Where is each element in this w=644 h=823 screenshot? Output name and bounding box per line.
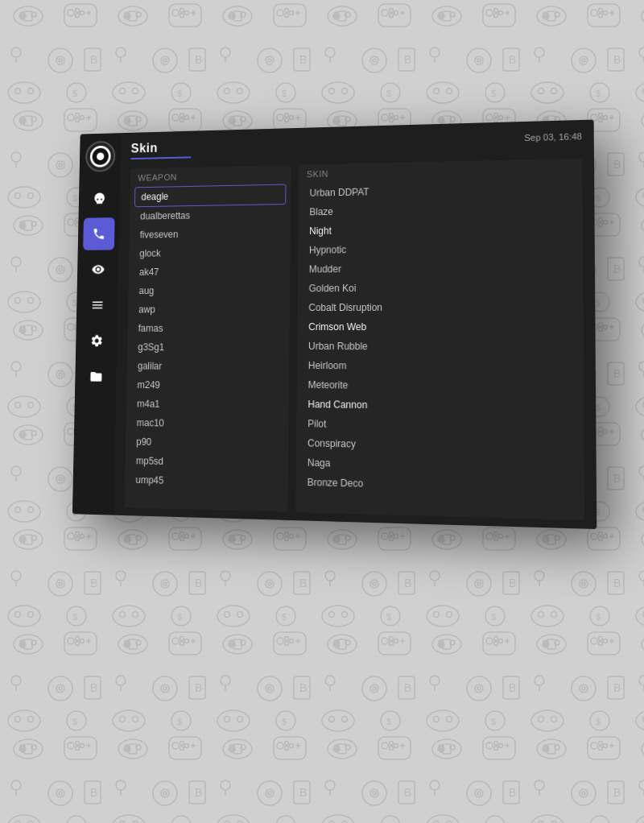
- skin-item-meteorite[interactable]: Meteorite: [303, 375, 577, 398]
- weapon-item-galilar[interactable]: galilar: [131, 357, 284, 377]
- sidebar-icon-eye[interactable]: [82, 253, 114, 286]
- app-window: Skin Sep 03, 16:48 Weapon deagle dualber…: [72, 120, 597, 530]
- logo-dot: [97, 152, 104, 160]
- weapon-item-ak47[interactable]: ak47: [133, 262, 285, 282]
- weapon-item-mac10[interactable]: mac10: [130, 413, 284, 435]
- main-content: Skin Sep 03, 16:48 Weapon deagle dualber…: [114, 120, 597, 530]
- skin-list: Urban DDPAT Blaze Night Hypnotic Mudder …: [295, 176, 584, 520]
- skin-item-crimson-web[interactable]: Crimson Web: [303, 317, 576, 337]
- weapon-item-deagle[interactable]: deagle: [134, 184, 287, 208]
- skin-item-cobalt-disruption[interactable]: Cobalt Disruption: [303, 297, 576, 317]
- app-logo: [85, 141, 115, 172]
- skin-panel: Skin Urban DDPAT Blaze Night Hypnotic Mu…: [295, 159, 584, 520]
- page-title: Skin: [131, 140, 192, 155]
- weapon-item-m4a1[interactable]: m4a1: [130, 395, 284, 416]
- weapon-item-dualberettas[interactable]: dualberettas: [134, 205, 287, 225]
- weapon-item-fiveseven[interactable]: fiveseven: [134, 224, 286, 245]
- main-header: Skin Sep 03, 16:48: [130, 130, 582, 159]
- sidebar-icon-phone[interactable]: [83, 217, 114, 250]
- weapon-item-m249[interactable]: m249: [131, 375, 284, 396]
- weapon-item-ump45[interactable]: ump45: [130, 470, 283, 493]
- skin-item-heirloom[interactable]: Heirloom: [303, 356, 577, 378]
- sidebar-icon-folder[interactable]: [80, 360, 112, 393]
- skin-item-mudder[interactable]: Mudder: [304, 258, 576, 279]
- weapon-item-aug[interactable]: aug: [133, 280, 285, 300]
- title-underline: [130, 156, 191, 159]
- sidebar: [72, 133, 121, 515]
- skin-item-golden-koi[interactable]: Golden Koi: [304, 277, 576, 298]
- weapon-item-g3sg1[interactable]: g3Sg1: [132, 337, 285, 357]
- page-title-area: Skin: [130, 140, 191, 159]
- logo-inner: [89, 146, 110, 167]
- timestamp: Sep 03, 16:48: [524, 131, 582, 143]
- skin-item-urban-rubble[interactable]: Urban Rubble: [303, 337, 576, 358]
- weapon-list: deagle dualberettas fiveseven glock ak47…: [125, 182, 291, 511]
- sidebar-icon-menu[interactable]: [81, 288, 114, 321]
- weapon-item-famas[interactable]: famas: [132, 319, 285, 338]
- weapon-item-glock[interactable]: glock: [134, 242, 286, 263]
- weapon-panel: Weapon deagle dualberettas fiveseven glo…: [125, 165, 291, 512]
- skin-item-hypnotic[interactable]: Hypnotic: [304, 238, 576, 260]
- sidebar-icon-gear[interactable]: [80, 325, 113, 358]
- weapon-item-awp[interactable]: awp: [132, 300, 285, 319]
- content-area: Weapon deagle dualberettas fiveseven glo…: [125, 159, 584, 520]
- sidebar-icon-skull[interactable]: [84, 182, 115, 215]
- app-container: Skin Sep 03, 16:48 Weapon deagle dualber…: [72, 120, 597, 530]
